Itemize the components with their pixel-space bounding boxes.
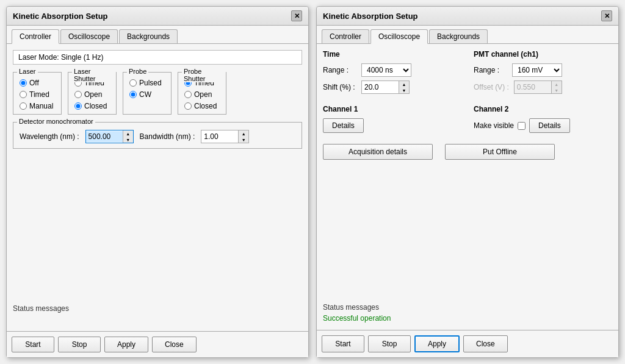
channel2-section: Channel 2 Make visible Details	[474, 105, 612, 137]
channel2-details-button[interactable]: Details	[529, 118, 570, 133]
probe-pulsed-option[interactable]: Pulsed	[129, 79, 165, 87]
laser-off-option[interactable]: Off	[20, 79, 55, 87]
time-section-title: Time	[323, 50, 461, 59]
probe-shutter-closed-option[interactable]: Closed	[184, 102, 220, 110]
right-tab-oscilloscope[interactable]: Oscilloscope	[370, 29, 428, 44]
time-shift-label: Shift (%) :	[323, 83, 356, 91]
left-dialog: Kinetic Absorption Setup ✕ Controller Os…	[6, 6, 309, 358]
probe-shutter-open-option[interactable]: Open	[184, 90, 220, 99]
time-range-row: Range : 4000 ns 2000 ns 1000 ns	[323, 63, 461, 77]
time-shift-spinner[interactable]: ▲ ▼	[361, 80, 410, 94]
laser-group-label: Laser	[17, 68, 38, 75]
make-visible-checkbox[interactable]	[518, 122, 526, 130]
left-title-text: Kinetic Absorption Setup	[13, 12, 108, 21]
right-tab-bar: Controller Oscilloscope Backgrounds	[317, 26, 618, 44]
pmt-range-select-wrapper[interactable]: 160 mV 320 mV 640 mV	[512, 63, 562, 77]
put-offline-button[interactable]: Put Offline	[445, 144, 555, 160]
laser-group-box: Laser Off Timed Manual	[13, 72, 62, 115]
left-apply-button[interactable]: Apply	[104, 337, 148, 352]
right-close-button[interactable]: Close	[463, 335, 508, 352]
laser-shutter-label: Laser Shutter	[72, 68, 116, 82]
laser-mode-text: Laser Mode: Single (1 Hz)	[18, 53, 103, 62]
osc-top-row: Time Range : 4000 ns 2000 ns 1000 ns Shi…	[323, 50, 612, 98]
left-close-button[interactable]: Close	[152, 337, 197, 352]
probe-radio-group: Pulsed CW	[129, 79, 165, 99]
left-stop-button[interactable]: Stop	[58, 337, 101, 352]
right-title-text: Kinetic Absorption Setup	[323, 12, 418, 21]
laser-timed-option[interactable]: Timed	[20, 90, 55, 99]
laser-mode-display: Laser Mode: Single (1 Hz)	[13, 50, 302, 65]
osc-content: Time Range : 4000 ns 2000 ns 1000 ns Shi…	[317, 44, 618, 330]
probe-cw-option[interactable]: CW	[129, 90, 165, 99]
detector-row: Wavelength (nm) : ▲ ▼ Bandwidth (nm) : ▲…	[20, 130, 295, 143]
pmt-offset-spinner: ▲ ▼	[514, 80, 562, 94]
time-range-select[interactable]: 4000 ns 2000 ns 1000 ns	[362, 64, 411, 76]
left-tab-controller[interactable]: Controller	[12, 29, 59, 44]
laser-shutter-open-option[interactable]: Open	[74, 90, 110, 99]
acquisition-details-button[interactable]: Acquisition details	[323, 144, 433, 160]
wavelength-spinner[interactable]: ▲ ▼	[85, 130, 134, 143]
right-tab-controller[interactable]: Controller	[322, 29, 369, 43]
laser-radio-group: Off Timed Manual	[20, 79, 55, 110]
pmt-offset-spin-buttons: ▲ ▼	[551, 81, 562, 93]
laser-manual-option[interactable]: Manual	[20, 102, 55, 110]
channel1-details-button[interactable]: Details	[323, 118, 364, 133]
left-tab-bar: Controller Oscilloscope Backgrounds	[7, 26, 308, 44]
pmt-section-title: PMT channel (ch1)	[474, 50, 612, 59]
time-shift-up-button[interactable]: ▲	[399, 81, 409, 87]
pmt-section: PMT channel (ch1) Range : 160 mV 320 mV …	[474, 50, 612, 98]
probe-shutter-radio-group: Timed Open Closed	[184, 79, 220, 110]
right-dialog-title: Kinetic Absorption Setup ✕	[317, 7, 618, 26]
pmt-range-label: Range :	[474, 66, 507, 74]
channel2-title: Channel 2	[474, 105, 612, 113]
probe-shutter-group-box: Probe Shutter Timed Open Closed	[178, 72, 226, 115]
right-close-x-button[interactable]: ✕	[601, 10, 612, 21]
bandwidth-spin-buttons: ▲ ▼	[238, 130, 248, 143]
probe-shutter-label: Probe Shutter	[182, 68, 226, 82]
time-shift-down-button[interactable]: ▼	[399, 87, 409, 93]
left-start-button[interactable]: Start	[12, 337, 54, 352]
make-visible-row: Make visible Details	[474, 118, 612, 133]
bandwidth-label: Bandwidth (nm) :	[140, 132, 195, 141]
right-start-button[interactable]: Start	[322, 335, 364, 352]
left-tab-oscilloscope[interactable]: Oscilloscope	[60, 29, 118, 43]
time-shift-input[interactable]	[362, 82, 399, 93]
pmt-offset-label: Offset (V) :	[474, 83, 509, 91]
laser-shutter-radio-group: Timed Open Closed	[74, 79, 110, 110]
pmt-range-select[interactable]: 160 mV 320 mV 640 mV	[513, 64, 562, 76]
left-status-label: Status messages	[13, 304, 302, 313]
right-status-message: Successful operation	[323, 314, 612, 324]
right-status-section: Status messages Successful operation	[323, 298, 612, 324]
probe-group-label: Probe	[127, 68, 148, 75]
left-dialog-content: Laser Mode: Single (1 Hz) Laser Off Time…	[7, 44, 308, 331]
right-dialog-footer: Start Stop Apply Close	[317, 330, 618, 357]
left-dialog-title: Kinetic Absorption Setup ✕	[7, 7, 308, 26]
time-range-label: Range :	[323, 66, 356, 74]
detector-box: Detector monochromator Wavelength (nm) :…	[13, 122, 302, 149]
right-stop-button[interactable]: Stop	[368, 335, 411, 352]
wavelength-down-button[interactable]: ▼	[123, 137, 133, 143]
time-range-select-wrapper[interactable]: 4000 ns 2000 ns 1000 ns	[361, 63, 411, 77]
radio-groups: Laser Off Timed Manual Laser Shutter	[13, 72, 302, 115]
pmt-offset-row: Offset (V) : ▲ ▼	[474, 80, 612, 94]
right-tab-backgrounds[interactable]: Backgrounds	[429, 29, 488, 43]
left-close-x-button[interactable]: ✕	[291, 10, 302, 21]
wavelength-input[interactable]	[86, 131, 123, 142]
bandwidth-down-button[interactable]: ▼	[239, 137, 248, 143]
pmt-offset-down-button: ▼	[552, 87, 562, 93]
pmt-offset-up-button: ▲	[552, 81, 562, 87]
bandwidth-up-button[interactable]: ▲	[239, 130, 248, 137]
laser-shutter-closed-option[interactable]: Closed	[74, 102, 110, 110]
bandwidth-spinner[interactable]: ▲ ▼	[201, 130, 249, 143]
wavelength-label: Wavelength (nm) :	[20, 132, 79, 141]
pmt-range-row: Range : 160 mV 320 mV 640 mV	[474, 63, 612, 77]
left-tab-backgrounds[interactable]: Backgrounds	[119, 29, 178, 43]
right-status-label: Status messages	[323, 303, 612, 312]
make-visible-label: Make visible	[474, 121, 514, 130]
left-dialog-footer: Start Stop Apply Close	[7, 331, 308, 357]
bandwidth-input[interactable]	[201, 131, 238, 142]
probe-group-box: Probe Pulsed CW	[123, 72, 172, 115]
wavelength-up-button[interactable]: ▲	[123, 130, 133, 137]
time-shift-row: Shift (%) : ▲ ▼	[323, 80, 461, 94]
right-apply-button[interactable]: Apply	[414, 335, 460, 352]
